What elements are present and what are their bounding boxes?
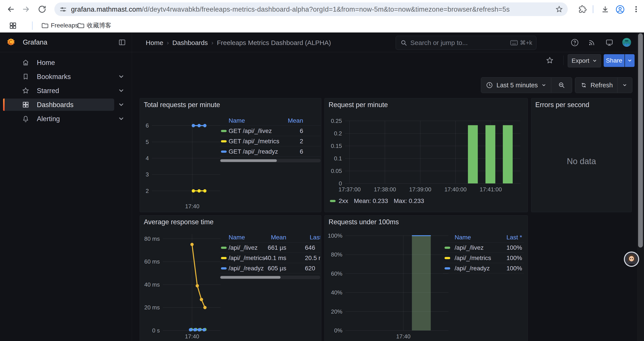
refresh-interval-chevron-icon[interactable]	[622, 83, 627, 88]
legend-header-mean[interactable]: Mean	[220, 117, 303, 124]
panel-errors-per-second: Errors per second No data	[531, 98, 632, 212]
legend-header-mean[interactable]: Mean	[220, 234, 286, 241]
legend-scrollbar-thumb[interactable]	[220, 159, 277, 162]
extensions-icon[interactable]	[579, 5, 586, 13]
breadcrumb-dashboards[interactable]: Dashboards	[172, 39, 208, 47]
chevron-down-icon[interactable]	[118, 115, 124, 122]
clock-icon	[486, 82, 493, 89]
breadcrumb-separator: ›	[167, 39, 169, 46]
svg-text:20%: 20%	[331, 308, 342, 315]
keyboard-icon	[510, 40, 518, 46]
apps-shortcut-icon[interactable]	[9, 22, 17, 30]
grafana-logo[interactable]	[6, 38, 15, 47]
legend-mean-value: 2	[220, 138, 303, 145]
folder-icon	[41, 22, 48, 29]
legend-row[interactable]: /api/_/metrics100%	[443, 253, 524, 263]
zoom-out-icon[interactable]	[558, 81, 565, 89]
panel-total-requests-per-minute: Total requests per minute 6543217:40 Nam…	[140, 98, 321, 212]
svg-text:5: 5	[146, 139, 149, 145]
legend-last-value: 100%	[443, 265, 522, 272]
breadcrumb-home[interactable]: Home	[146, 39, 163, 47]
legend-mean-value: 605 µs	[220, 265, 286, 272]
legend-header-last[interactable]: Last *	[310, 234, 320, 241]
legend-table: NameMeanGET /api/_/livez6GET /api/_/metr…	[220, 116, 321, 164]
share-button[interactable]: Share	[604, 54, 624, 67]
search-placeholder: Search or jump to...	[410, 39, 510, 47]
chevron-down-icon[interactable]	[542, 83, 546, 88]
sidebar-item-alerting[interactable]: Alerting	[3, 113, 114, 125]
bookmark-star-icon[interactable]	[556, 6, 563, 13]
legend-row[interactable]: /api/_/livez661 µs646	[220, 242, 320, 253]
help-icon[interactable]	[571, 39, 579, 47]
legend-row[interactable]: GET /api/_/readyz6	[220, 146, 321, 157]
panel-title[interactable]: Average response time	[144, 218, 214, 226]
panel-title[interactable]: Request per minute	[328, 101, 388, 109]
svg-text:0.25: 0.25	[331, 118, 342, 124]
legend-header: NameMeanLast *	[220, 233, 320, 242]
svg-text:60%: 60%	[331, 270, 342, 277]
chevron-down-icon[interactable]	[118, 73, 124, 80]
chart-request-per-minute: 00.050.10.150.20.2517:37:0017:38:0017:39…	[325, 98, 528, 212]
kiosk-monitor-icon[interactable]	[606, 39, 613, 47]
button-divider	[551, 78, 551, 93]
refresh-icon[interactable]	[580, 82, 587, 88]
share-dropdown-button[interactable]	[625, 54, 634, 67]
legend-scrollbar-thumb[interactable]	[220, 276, 280, 279]
panel-title[interactable]: Total requests per minute	[144, 101, 220, 109]
svg-text:17:37:00: 17:37:00	[338, 186, 360, 193]
svg-text:17:40:00: 17:40:00	[444, 186, 466, 193]
legend-row[interactable]: /api/_/readyz605 µs620	[220, 263, 320, 273]
grafana-brand[interactable]: Grafana	[23, 38, 47, 46]
reload-icon[interactable]	[38, 5, 46, 14]
share-label: Share	[606, 57, 622, 64]
panel-title[interactable]: Requests under 100ms	[328, 218, 399, 226]
svg-text:100%: 100%	[328, 232, 342, 239]
legend-row[interactable]: /api/_/livez100%	[443, 242, 524, 253]
search-input[interactable]: Search or jump to... ⌘+k	[396, 36, 536, 50]
chevron-down-icon[interactable]	[118, 101, 124, 108]
sidebar-item-label: Bookmarks	[37, 73, 71, 81]
page-scrollbar-thumb[interactable]	[638, 33, 643, 247]
user-avatar[interactable]	[622, 38, 631, 47]
favorite-star-icon[interactable]	[546, 56, 554, 64]
floating-assistant-avatar[interactable]	[624, 251, 640, 267]
legend-row[interactable]: GET /api/_/metrics2	[220, 136, 321, 146]
time-range-label[interactable]: Last 5 minutes	[496, 82, 538, 89]
legend-header-last[interactable]: Last *	[443, 234, 522, 241]
legend-row[interactable]: GET /api/_/livez6	[220, 126, 321, 136]
legend-series-name[interactable]: 2xx	[339, 197, 348, 204]
legend-last-value: 646	[305, 244, 315, 251]
dock-menu-icon[interactable]	[118, 39, 126, 46]
legend-row[interactable]: /api/_/metrics40.1 ms20.5 ms	[220, 253, 320, 263]
panel-title[interactable]: Errors per second	[535, 101, 589, 109]
forward-icon[interactable]	[22, 5, 31, 14]
download-icon[interactable]	[601, 5, 609, 14]
sidebar-item-dashboards[interactable]: Dashboards	[3, 99, 114, 111]
legend-header: NameMean	[220, 116, 321, 126]
header-border	[0, 52, 644, 52]
bookmark-folder-blogs[interactable]: 收藏博客	[77, 21, 111, 30]
bookmark-folder-freeleaps[interactable]: Freeleaps	[41, 21, 78, 30]
bookmark-label: Freeleaps	[51, 22, 78, 29]
refresh-label[interactable]: Refresh	[590, 82, 613, 89]
legend-row[interactable]: /api/_/readyz100%	[443, 263, 524, 273]
site-settings-icon[interactable]	[60, 6, 67, 13]
back-icon[interactable]	[6, 5, 15, 14]
export-button[interactable]: Export	[568, 54, 601, 67]
legend-mean-value: 661 µs	[220, 244, 286, 251]
legend[interactable]: 2xx Mean: 0.233 Max: 0.233	[330, 197, 424, 204]
legend-last-value: 100%	[443, 244, 522, 251]
news-rss-icon[interactable]	[588, 39, 596, 47]
sidebar-item-bookmarks[interactable]: Bookmarks	[3, 71, 114, 83]
legend-mean-value: 6	[220, 148, 303, 155]
sidebar-item-home[interactable]: Home	[3, 56, 114, 69]
menu-dots-icon[interactable]	[632, 5, 640, 13]
chevron-down-icon[interactable]	[118, 87, 124, 94]
panel-request-per-minute: Request per minute 00.050.10.150.20.2517…	[324, 98, 528, 212]
profile-icon[interactable]	[616, 5, 625, 14]
sidebar-item-starred[interactable]: Starred	[3, 85, 114, 97]
url-bar[interactable]: grafana.mathmast.com/d/deytv4rwavabkb/fr…	[54, 3, 568, 16]
chart-canvas: 00.050.10.150.20.2517:37:0017:38:0017:39…	[325, 98, 528, 212]
panel-requests-under-100ms: Requests under 100ms 100%80%60%40%20%0%1…	[324, 215, 528, 341]
toolbar-divider	[593, 5, 593, 13]
